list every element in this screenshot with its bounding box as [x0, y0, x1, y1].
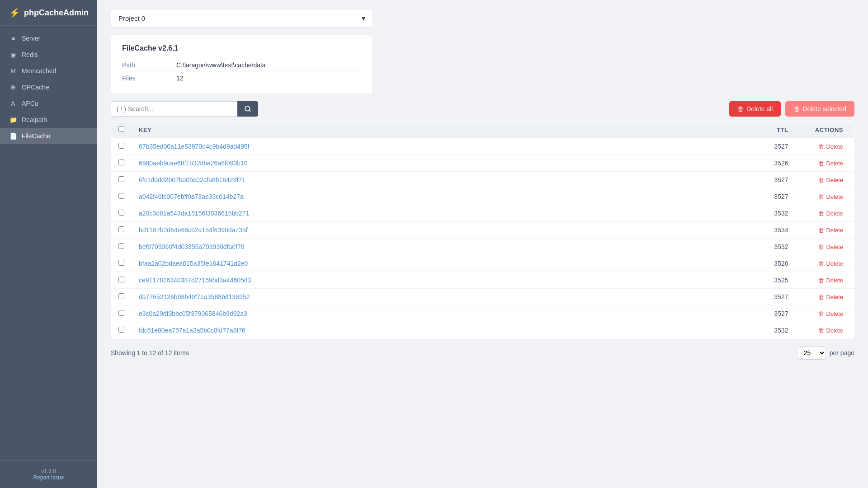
table-row: a20c3d81a543da15156f3036615bb271 3532 🗑 …	[111, 205, 854, 222]
sidebar-item-opcache[interactable]: ⊕ OPCache	[0, 79, 97, 95]
sidebar-item-apcu[interactable]: A APCu	[0, 95, 97, 112]
delete-row-button[interactable]: 🗑 Delete	[818, 260, 843, 267]
delete-label: Delete	[826, 143, 843, 150]
row-checkbox-3[interactable]	[118, 193, 124, 199]
table-row: bef0703060f4d03355a793930dfaef79 3532 🗑 …	[111, 239, 854, 255]
search-button[interactable]	[237, 101, 258, 117]
svg-point-0	[245, 106, 250, 111]
ttl-cell: 3527	[741, 305, 796, 322]
ttl-cell: 3525	[741, 272, 796, 289]
trash-row-icon: 🗑	[818, 327, 824, 334]
path-label: Path	[122, 61, 176, 69]
sidebar-item-label: APCu	[22, 100, 38, 107]
actions-cell: 🗑 Delete	[796, 305, 854, 322]
row-checkbox-4[interactable]	[118, 210, 124, 216]
row-checkbox-0[interactable]	[118, 143, 124, 149]
ttl-cell: 3534	[741, 222, 796, 239]
row-checkbox-7[interactable]	[118, 260, 124, 266]
sidebar-item-realpath[interactable]: 📁 Realpath	[0, 112, 97, 128]
opcache-icon: ⊕	[9, 84, 17, 91]
sidebar-footer: v1.6.0 Report Issue	[0, 460, 97, 488]
filecache-icon: 📄	[9, 132, 17, 140]
row-checkbox-6[interactable]	[118, 243, 124, 249]
row-checkbox-8[interactable]	[118, 277, 124, 282]
delete-label: Delete	[826, 277, 843, 284]
table-row: fdc61e80ea757a1a3a5b0c0fd77a8f76 3532 🗑 …	[111, 322, 854, 339]
actions-column-header: ACTIONS	[796, 122, 854, 138]
row-checkbox-5[interactable]	[118, 226, 124, 232]
row-checkbox-1[interactable]	[118, 160, 124, 165]
delete-row-button[interactable]: 🗑 Delete	[818, 327, 843, 334]
sidebar-item-filecache[interactable]: 📄 FileCache	[0, 128, 97, 144]
delete-label: Delete	[826, 193, 843, 200]
trash-selected-icon: 🗑	[793, 105, 800, 113]
delete-all-label: Delete all	[746, 105, 773, 113]
table-body: 67b35ed06a11e53970d4c9b4d9ad495f 3527 🗑 …	[111, 138, 854, 339]
actions-cell: 🗑 Delete	[796, 188, 854, 205]
info-card: FileCache v2.6.1 Path C:\laragon\www\tes…	[111, 35, 373, 94]
app-name: phpCacheAdmin	[24, 8, 89, 18]
row-checkbox-cell	[111, 289, 132, 305]
showing-text: Showing 1 to 12 of 12 items	[111, 349, 189, 357]
path-value: C:\laragon\www\test\cache\data	[176, 61, 266, 69]
delete-label: Delete	[826, 210, 843, 217]
delete-selected-button[interactable]: 🗑 Delete selected	[785, 101, 854, 117]
delete-row-button[interactable]: 🗑 Delete	[818, 244, 843, 250]
row-checkbox-cell	[111, 172, 132, 188]
row-checkbox-9[interactable]	[118, 293, 124, 299]
per-page-select[interactable]: 102550100	[798, 346, 826, 360]
lightning-icon: ⚡	[9, 7, 20, 18]
actions-cell: 🗑 Delete	[796, 155, 854, 172]
action-buttons: 🗑 Delete all 🗑 Delete selected	[729, 101, 854, 117]
sidebar-item-redis[interactable]: ◉ Redis	[0, 47, 97, 63]
report-issue-link[interactable]: Report Issue	[33, 474, 64, 481]
delete-row-button[interactable]: 🗑 Delete	[818, 227, 843, 234]
delete-row-button[interactable]: 🗑 Delete	[818, 177, 843, 183]
sidebar-item-memcached[interactable]: M Memcached	[0, 63, 97, 79]
delete-row-button[interactable]: 🗑 Delete	[818, 277, 843, 284]
trash-icon: 🗑	[737, 105, 744, 113]
ttl-cell: 3532	[741, 205, 796, 222]
table-row: e3c0a29df3bbc05f379065846b9d92a3 3527 🗑 …	[111, 305, 854, 322]
delete-row-button[interactable]: 🗑 Delete	[818, 160, 843, 167]
delete-row-button[interactable]: 🗑 Delete	[818, 193, 843, 200]
table-row: 6fc1dddd2b07ba0bc02afa8b16428f71 3527 🗑 …	[111, 172, 854, 188]
row-checkbox-10[interactable]	[118, 310, 124, 316]
delete-label: Delete	[826, 260, 843, 267]
app-version: v1.6.0	[9, 468, 88, 474]
row-checkbox-cell	[111, 255, 132, 272]
key-cell: ce9117816340387d27159bd3a4460583	[132, 272, 741, 289]
table-row: da77652126b98b49f7ea3588bd138952 3527 🗑 …	[111, 289, 854, 305]
row-checkbox-cell	[111, 305, 132, 322]
delete-row-button[interactable]: 🗑 Delete	[818, 143, 843, 150]
row-checkbox-2[interactable]	[118, 176, 124, 182]
delete-label: Delete	[826, 294, 843, 300]
project-selector[interactable]: Project 0 ▾	[111, 9, 373, 28]
ttl-cell: 3527	[741, 289, 796, 305]
trash-row-icon: 🗑	[818, 277, 824, 284]
delete-row-button[interactable]: 🗑 Delete	[818, 210, 843, 217]
trash-row-icon: 🗑	[818, 143, 824, 150]
key-cell: fdc61e80ea757a1a3a5b0c0fd77a8f76	[132, 322, 741, 339]
select-all-header	[111, 122, 132, 138]
trash-row-icon: 🗑	[818, 227, 824, 234]
delete-label: Delete	[826, 227, 843, 234]
table-row: 67b35ed06a11e53970d4c9b4d9ad495f 3527 🗑 …	[111, 138, 854, 155]
search-input[interactable]	[111, 101, 237, 117]
row-checkbox-11[interactable]	[118, 327, 124, 333]
delete-all-button[interactable]: 🗑 Delete all	[729, 101, 781, 117]
delete-row-button[interactable]: 🗑 Delete	[818, 294, 843, 300]
trash-row-icon: 🗑	[818, 294, 824, 300]
delete-row-button[interactable]: 🗑 Delete	[818, 310, 843, 317]
sidebar-item-label: OPCache	[22, 84, 49, 91]
select-all-checkbox[interactable]	[118, 126, 124, 132]
sidebar-item-label: FileCache	[22, 132, 50, 140]
trash-row-icon: 🗑	[818, 310, 824, 317]
row-checkbox-cell	[111, 205, 132, 222]
per-page-label: per page	[830, 349, 854, 357]
sidebar-item-server[interactable]: ≡ Server	[0, 30, 97, 47]
row-checkbox-cell	[111, 322, 132, 339]
path-row: Path C:\laragon\www\test\cache\data	[122, 59, 362, 72]
memcached-icon: M	[9, 67, 17, 75]
key-cell: bfaa2a02bdaea015a35fe1641741d2e0	[132, 255, 741, 272]
